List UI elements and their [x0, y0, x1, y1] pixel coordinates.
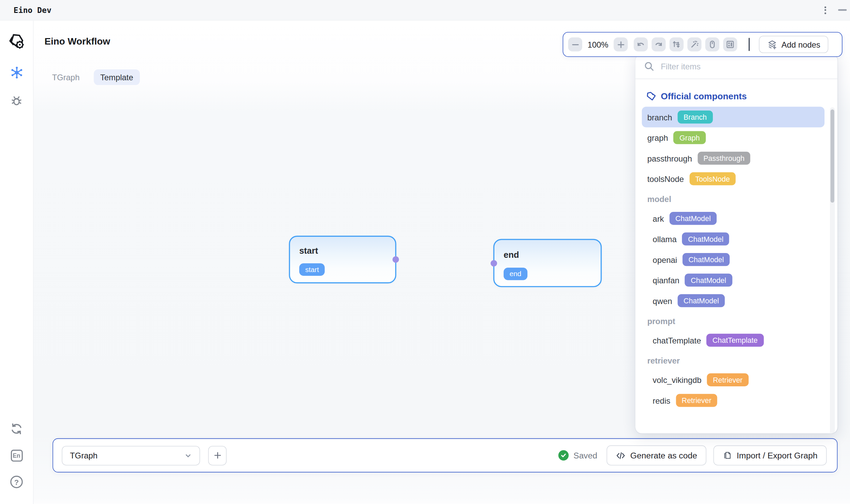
language-icon[interactable]: En — [6, 445, 27, 466]
chevron-down-icon — [184, 452, 192, 459]
filter-items-input[interactable] — [661, 62, 829, 71]
tab-tgraph[interactable]: TGraph — [46, 69, 86, 85]
add-nodes-panel: Official components branchBranchgraphGra… — [635, 54, 837, 433]
saved-check-icon — [558, 450, 569, 460]
component-item-qwen[interactable]: qwenChatModel — [642, 290, 824, 311]
component-name: passthrough — [647, 154, 692, 163]
toolbar-divider — [749, 38, 749, 51]
component-name: qwen — [653, 296, 672, 305]
workflow-nav-icon[interactable] — [6, 62, 27, 83]
node-type-badge: end — [504, 268, 527, 280]
component-item-ollama[interactable]: ollamaChatModel — [642, 229, 824, 249]
group-header-model: model — [642, 189, 824, 208]
component-item-openai[interactable]: openaiChatModel — [642, 249, 824, 270]
auto-layout-button[interactable] — [669, 37, 683, 51]
group-header-prompt: prompt — [642, 311, 824, 330]
save-status: Saved — [558, 450, 598, 460]
component-type-badge: Retriever — [676, 394, 717, 407]
component-name: redis — [653, 396, 670, 405]
node-title: start — [299, 246, 318, 256]
component-type-badge: ChatModel — [682, 232, 729, 245]
component-type-badge: ChatTemplate — [706, 334, 764, 347]
output-port[interactable] — [392, 256, 399, 263]
official-components-header: Official components — [642, 87, 824, 107]
refresh-icon[interactable] — [6, 419, 27, 439]
component-item-branch[interactable]: branchBranch — [642, 107, 824, 128]
eino-logo-icon[interactable] — [6, 31, 27, 52]
titlebar: Eino Dev — [0, 0, 850, 21]
component-item-chatTemplate[interactable]: chatTemplateChatTemplate — [642, 330, 824, 351]
component-name: ark — [653, 214, 664, 223]
code-icon — [616, 451, 625, 460]
component-item-passthrough[interactable]: passthroughPassthrough — [642, 148, 824, 169]
component-type-badge: ChatModel — [677, 294, 725, 307]
canvas-toolbar: 100% — [563, 32, 843, 57]
component-name: branch — [647, 113, 672, 122]
bottom-bar: TGraph Saved Generate as code — [53, 438, 838, 472]
component-name: chatTemplate — [653, 336, 701, 345]
group-header-retriever: retriever — [642, 351, 824, 370]
component-name: toolsNode — [647, 174, 684, 183]
more-menu-icon[interactable] — [822, 4, 829, 16]
component-name: ollama — [653, 234, 676, 243]
component-item-toolsNode[interactable]: toolsNodeToolsNode — [642, 168, 824, 189]
layers-plus-icon — [767, 39, 777, 50]
panel-scrollbar-thumb[interactable] — [831, 110, 834, 203]
generate-as-code-button[interactable]: Generate as code — [606, 446, 706, 466]
component-type-badge: ToolsNode — [689, 172, 736, 185]
component-name: graph — [647, 133, 668, 142]
input-port[interactable] — [491, 260, 497, 266]
mouse-mode-button[interactable] — [705, 37, 719, 51]
redo-button[interactable] — [652, 37, 666, 51]
add-graph-button[interactable] — [208, 446, 227, 465]
sidebar: En ? — [0, 21, 34, 504]
component-name: qianfan — [653, 275, 679, 285]
minimap-button[interactable] — [723, 37, 737, 51]
component-item-ark[interactable]: arkChatModel — [642, 208, 824, 229]
component-type-badge: Graph — [673, 131, 706, 144]
page-title: Eino Workflow — [45, 36, 110, 47]
minimize-icon[interactable] — [838, 9, 847, 11]
component-item-qianfan[interactable]: qianfanChatModel — [642, 270, 824, 290]
add-nodes-button[interactable]: Add nodes — [759, 36, 829, 53]
component-item-redis[interactable]: redisRetriever — [642, 390, 824, 411]
component-type-badge: ChatModel — [683, 253, 730, 266]
eino-dev-window: Eino Dev — [0, 0, 850, 504]
component-type-badge: Passthrough — [698, 152, 751, 165]
node-title: end — [504, 250, 519, 260]
zoom-level: 100% — [586, 40, 610, 49]
tag-icon — [646, 91, 656, 101]
zoom-in-button[interactable] — [614, 37, 627, 51]
component-item-volc_vikingdb[interactable]: volc_vikingdbRetriever — [642, 370, 824, 390]
graph-select[interactable]: TGraph — [62, 446, 200, 465]
app-title: Eino Dev — [14, 6, 51, 14]
component-type-badge: ChatModel — [685, 274, 732, 287]
component-type-badge: Branch — [677, 111, 713, 123]
help-icon[interactable]: ? — [6, 472, 27, 492]
file-copy-icon — [723, 451, 732, 460]
zoom-out-button[interactable] — [568, 37, 582, 51]
component-name: openai — [653, 255, 677, 264]
panel-scrollbar — [830, 107, 835, 433]
node-start[interactable]: start start — [289, 236, 396, 283]
node-type-badge: start — [299, 263, 325, 276]
import-export-graph-button[interactable]: Import / Export Graph — [713, 446, 827, 466]
component-item-graph[interactable]: graphGraph — [642, 127, 824, 148]
graph-tabs: TGraphTemplate — [46, 69, 140, 85]
tab-template[interactable]: Template — [94, 69, 140, 85]
search-icon — [644, 61, 654, 71]
component-type-badge: Retriever — [707, 373, 749, 386]
debug-bug-icon[interactable] — [6, 90, 27, 111]
magic-wand-button[interactable] — [687, 37, 701, 51]
undo-button[interactable] — [634, 37, 648, 51]
component-type-badge: ChatModel — [669, 212, 717, 225]
node-end[interactable]: end end — [493, 239, 602, 287]
component-name: volc_vikingdb — [653, 375, 701, 384]
